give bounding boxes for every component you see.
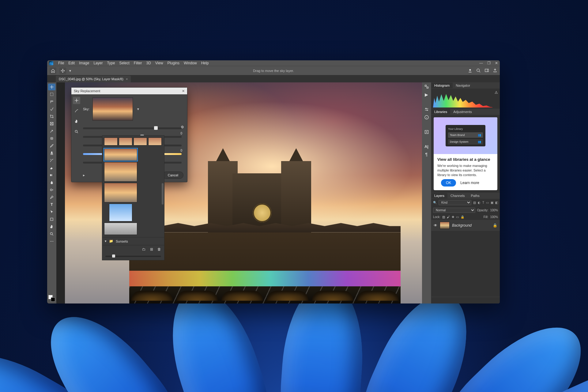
home-icon[interactable] [50, 67, 56, 74]
dialog-zoom-tool[interactable] [73, 128, 80, 135]
fill-value[interactable]: 100% [490, 215, 498, 219]
tab-histogram[interactable]: Histogram [431, 83, 453, 88]
tab-paths[interactable]: Paths [468, 193, 483, 198]
lasso-tool[interactable] [48, 98, 55, 105]
crop-tool[interactable] [48, 113, 55, 120]
libraries-ok-button[interactable]: OK [441, 179, 456, 187]
sky-preset-thumb-selected[interactable] [104, 149, 137, 161]
zoom-tool[interactable] [48, 231, 55, 237]
frame-tool[interactable] [48, 120, 55, 127]
menu-edit[interactable]: Edit [66, 60, 77, 66]
layer-locked-icon[interactable]: 🔒 [493, 223, 497, 228]
menu-select[interactable]: Select [117, 60, 131, 66]
sky-preset-thumb[interactable] [148, 138, 162, 145]
sky-preset-thumb[interactable] [119, 138, 132, 145]
menu-3d[interactable]: 3D [144, 60, 153, 66]
filter-type-icon[interactable]: T [482, 201, 484, 204]
move-tool-icon[interactable] [59, 67, 66, 74]
properties-panel-icon[interactable] [424, 130, 429, 134]
dialog-move-tool[interactable] [73, 97, 80, 104]
layer-filter-select[interactable]: Kind [439, 200, 471, 205]
workspace-switcher-icon[interactable] [484, 68, 489, 73]
search-icon[interactable] [476, 68, 481, 73]
brush-tool[interactable] [48, 142, 55, 149]
tab-adjustments[interactable]: Adjustments [450, 109, 475, 115]
marquee-tool[interactable] [48, 91, 55, 98]
path-select-tool[interactable] [48, 209, 55, 215]
dialog-brush-tool[interactable] [73, 107, 80, 115]
blend-mode-select[interactable]: Normal [433, 208, 475, 213]
quick-select-tool[interactable] [48, 106, 55, 112]
blur-tool[interactable] [48, 179, 55, 186]
dialog-hand-tool[interactable] [73, 118, 80, 125]
history-brush-tool[interactable] [48, 157, 55, 164]
sky-dropdown-chevron-icon[interactable]: ▾ [137, 107, 139, 111]
layer-name-label[interactable]: Background [452, 223, 472, 228]
tab-navigator[interactable]: Navigator [453, 83, 473, 88]
move-tool[interactable] [48, 84, 55, 90]
cancel-button[interactable]: Cancel [163, 172, 183, 179]
foreground-adjust-disclosure-icon[interactable]: ▸ [83, 173, 85, 177]
sky-preview-thumbnail[interactable] [92, 97, 133, 121]
color-panel-icon[interactable] [424, 84, 429, 89]
filter-pixel-icon[interactable]: ▧ [473, 201, 476, 204]
lock-paint-icon[interactable]: 🖌 [447, 215, 450, 219]
histogram-warning-icon[interactable]: ⚠ [495, 90, 498, 95]
eyedropper-tool[interactable] [48, 128, 55, 134]
window-close-icon[interactable]: ✕ [495, 61, 498, 65]
window-maximize-icon[interactable]: ❐ [487, 61, 491, 65]
menu-help[interactable]: Help [199, 60, 211, 66]
folder-disclosure-icon[interactable]: ▾ [105, 239, 107, 243]
info-panel-icon[interactable] [424, 115, 429, 120]
document-tab[interactable]: DSC_0045.jpg @ 50% (Sky, Layer Mask/8) × [56, 76, 131, 82]
libraries-learn-more-link[interactable]: Learn more [460, 181, 479, 185]
sky-preset-thumb[interactable] [104, 138, 118, 145]
type-tool[interactable]: T [48, 201, 55, 208]
play-actions-icon[interactable]: ▶ [425, 92, 428, 97]
menu-window[interactable]: Window [182, 60, 199, 66]
window-minimize-icon[interactable]: — [479, 61, 483, 65]
lock-all-icon[interactable]: 🔒 [461, 215, 464, 219]
filter-toggle-icon[interactable]: ◧ [495, 201, 498, 204]
lock-transparent-icon[interactable]: ▨ [442, 215, 445, 219]
stamp-tool[interactable] [48, 150, 55, 156]
sky-preset-thumb[interactable] [104, 223, 137, 235]
opacity-value[interactable]: 100% [490, 209, 498, 212]
share-icon[interactable] [493, 68, 497, 73]
layer-visibility-icon[interactable]: 👁 [434, 223, 437, 228]
menu-type[interactable]: Type [105, 60, 117, 66]
shift-edge-slider[interactable] [83, 127, 182, 129]
tab-layers[interactable]: Layers [431, 193, 447, 198]
layer-filter-search-icon[interactable]: 🔍 [433, 201, 437, 204]
sky-preset-thumb[interactable] [109, 204, 132, 221]
menu-filter[interactable]: Filter [132, 60, 144, 66]
pen-tool[interactable] [48, 194, 55, 201]
sky-preset-thumb[interactable] [104, 162, 137, 182]
new-sky-icon[interactable]: ⊞ [150, 247, 153, 251]
lock-artboard-icon[interactable]: ▭ [456, 215, 459, 219]
thumbnail-size-slider[interactable] [105, 256, 161, 257]
close-tab-icon[interactable]: × [126, 77, 128, 81]
filter-smart-icon[interactable]: ▣ [491, 201, 493, 204]
tab-channels[interactable]: Channels [447, 193, 468, 198]
menu-plugins[interactable]: Plugins [166, 60, 181, 66]
color-swatches[interactable] [48, 295, 55, 302]
eraser-tool[interactable] [48, 164, 55, 171]
sky-preset-thumb[interactable] [134, 138, 147, 145]
layer-background[interactable]: 👁 Background 🔒 [431, 220, 500, 231]
import-sky-folder-icon[interactable]: 🗀 [142, 247, 146, 251]
hand-tool[interactable] [48, 223, 55, 230]
cloud-account-icon[interactable] [468, 68, 473, 73]
adjustments-panel-icon[interactable] [424, 107, 429, 112]
menu-view[interactable]: View [153, 60, 165, 66]
paragraph-panel-icon[interactable]: ¶ [425, 152, 428, 157]
filter-shape-icon[interactable]: ▭ [486, 201, 489, 204]
shape-tool[interactable] [48, 216, 55, 223]
tab-libraries[interactable]: Libraries [431, 109, 450, 115]
dialog-close-icon[interactable]: ✕ [182, 89, 185, 93]
menu-image[interactable]: Image [77, 60, 91, 66]
preset-scrollbar[interactable] [162, 183, 164, 205]
dodge-tool[interactable] [48, 187, 55, 193]
filter-adjust-icon[interactable]: ◐ [478, 201, 481, 204]
folder-label[interactable]: Sunsets [116, 239, 128, 243]
